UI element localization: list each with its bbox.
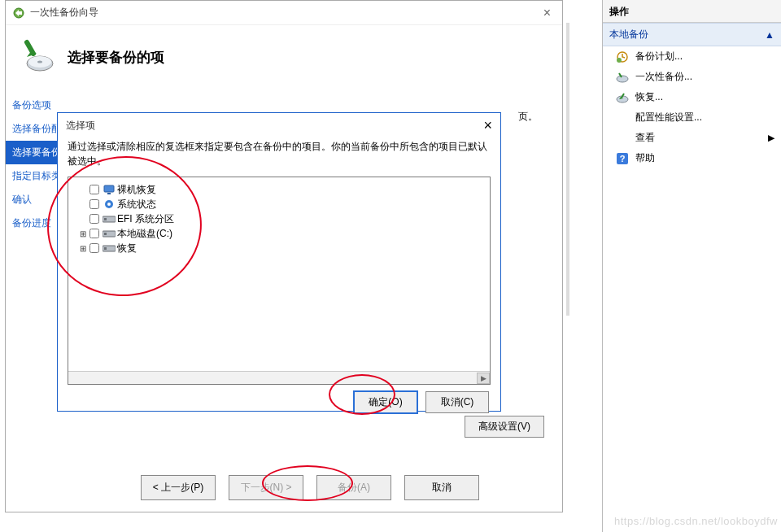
- drive-icon: [103, 213, 116, 225]
- help-icon: ?: [616, 152, 629, 165]
- wizard-titlebar: 一次性备份向导 ×: [6, 1, 562, 25]
- prev-button[interactable]: < 上一步(P): [141, 475, 216, 500]
- chevron-right-icon: ▶: [768, 133, 774, 143]
- tree-row-efi[interactable]: EFI 系统分区: [70, 211, 488, 226]
- wizard-lower-area: 高级设置(V) < 上一步(P) 下一步(N) > 备份(A) 取消: [76, 416, 544, 500]
- truncated-hint-text: 页。: [518, 110, 538, 124]
- expander-icon[interactable]: ⊞: [78, 229, 88, 238]
- backup-button: 备份(A): [316, 475, 391, 500]
- wizard-header: 选择要备份的项: [6, 25, 562, 89]
- action-one-time-backup[interactable]: 一次性备份...: [603, 67, 781, 87]
- svg-point-15: [617, 58, 622, 63]
- action-label: 恢复...: [635, 90, 663, 104]
- svg-rect-11: [104, 233, 107, 235]
- step-select-items[interactable]: 选择要备份的项: [6, 141, 63, 164]
- wizard-close-button[interactable]: ×: [539, 6, 556, 20]
- clock-icon: [616, 50, 629, 63]
- tree-row-system-state[interactable]: 系统状态: [70, 197, 488, 211]
- wizard-app-icon: [12, 7, 25, 20]
- dialog-close-button[interactable]: ×: [483, 117, 492, 134]
- dialog-title: 选择项: [66, 119, 95, 133]
- wizard-window-title: 一次性备份向导: [30, 6, 98, 20]
- action-help[interactable]: ? 帮助: [603, 148, 781, 168]
- step-confirm[interactable]: 确认: [6, 188, 63, 211]
- checkbox-system-state[interactable]: [89, 199, 99, 209]
- recover-icon: [616, 91, 629, 104]
- monitor-icon: [103, 184, 116, 195]
- panes-separator: [563, 0, 597, 532]
- svg-point-7: [107, 203, 111, 206]
- tree-label: 裸机恢复: [117, 183, 156, 197]
- checkbox-local-disk-c[interactable]: [89, 229, 99, 238]
- svg-rect-4: [104, 185, 114, 192]
- checkbox-recovery[interactable]: [89, 243, 99, 253]
- cancel-button[interactable]: 取消: [404, 475, 479, 500]
- action-label: 配置性能设置...: [635, 111, 702, 124]
- wizard-footer-buttons: < 上一步(P) 下一步(N) > 备份(A) 取消: [76, 475, 544, 500]
- svg-text:?: ?: [620, 154, 626, 164]
- svg-rect-5: [107, 193, 111, 194]
- tree-label: 本地磁盘(C:): [117, 227, 172, 241]
- wizard-page-title: 选择要备份的项: [68, 48, 164, 67]
- step-backup-options[interactable]: 备份选项: [6, 94, 63, 117]
- wizard-steps-list: 备份选项 选择备份配置 选择要备份的项 指定目标类型 确认 备份进度: [6, 89, 63, 448]
- action-backup-schedule[interactable]: 备份计划...: [603, 46, 781, 67]
- drive-icon: [103, 228, 116, 239]
- action-recover[interactable]: 恢复...: [603, 87, 781, 107]
- items-tree[interactable]: 裸机恢复 系统状态 EFI 系统分区 ⊞ 本地磁盘(C:) ⊞ 恢复 ▶: [68, 177, 491, 385]
- tree-row-local-disk-c[interactable]: ⊞ 本地磁盘(C:): [70, 226, 488, 241]
- action-label: 帮助: [635, 151, 655, 165]
- svg-point-16: [617, 76, 628, 82]
- collapse-up-icon[interactable]: ▲: [765, 29, 774, 41]
- step-target-type[interactable]: 指定目标类型: [6, 164, 63, 188]
- action-label: 备份计划...: [635, 50, 683, 63]
- tree-label: 恢复: [117, 242, 137, 255]
- watermark-text: https://blog.csdn.net/lookboydfw: [614, 515, 778, 527]
- action-label: 一次性备份...: [635, 70, 692, 84]
- disc-icon: [616, 71, 629, 84]
- actions-section-local-backup[interactable]: 本地备份 ▲: [603, 23, 781, 46]
- dialog-cancel-button[interactable]: 取消(C): [425, 391, 489, 413]
- drive-icon: [103, 242, 116, 254]
- tree-label: 系统状态: [117, 198, 156, 211]
- select-items-dialog: 选择项 × 通过选择或清除相应的复选框来指定要包含在备份中的项目。你的当前备份中…: [57, 112, 501, 412]
- dialog-description: 通过选择或清除相应的复选框来指定要包含在备份中的项目。你的当前备份中所包含的项目…: [58, 137, 500, 173]
- action-perf-settings[interactable]: 配置性能设置...: [603, 107, 781, 128]
- step-backup-config[interactable]: 选择备份配置: [6, 117, 63, 141]
- backup-disc-icon: [19, 39, 55, 75]
- dialog-button-row: 确定(O) 取消(C): [58, 391, 500, 420]
- action-label: 查看: [635, 131, 655, 145]
- svg-rect-13: [104, 247, 107, 250]
- horizontal-scrollbar[interactable]: ▶: [68, 371, 490, 384]
- section-title-label: 本地备份: [609, 28, 648, 41]
- tree-row-recovery[interactable]: ⊞ 恢复: [70, 241, 488, 255]
- tree-row-bare-metal[interactable]: 裸机恢复: [70, 182, 488, 197]
- scrollbar-right-arrow-icon[interactable]: ▶: [477, 373, 490, 384]
- checkbox-efi[interactable]: [89, 214, 99, 224]
- tree-label: EFI 系统分区: [117, 212, 174, 226]
- next-button: 下一步(N) >: [229, 475, 303, 500]
- actions-pane-header: 操作: [603, 0, 781, 23]
- dialog-ok-button[interactable]: 确定(O): [354, 391, 417, 413]
- svg-rect-9: [104, 218, 107, 220]
- gear-icon: [103, 198, 116, 210]
- svg-point-3: [37, 60, 42, 63]
- actions-pane: 操作 本地备份 ▲ 备份计划... 一次性备份... 恢复... 配置性能设置.…: [602, 0, 781, 532]
- expander-icon[interactable]: ⊞: [78, 244, 88, 253]
- checkbox-bare-metal[interactable]: [89, 185, 99, 194]
- dialog-titlebar: 选择项 ×: [58, 113, 500, 137]
- step-progress[interactable]: 备份进度: [6, 211, 63, 235]
- action-view[interactable]: 查看 ▶: [603, 128, 781, 148]
